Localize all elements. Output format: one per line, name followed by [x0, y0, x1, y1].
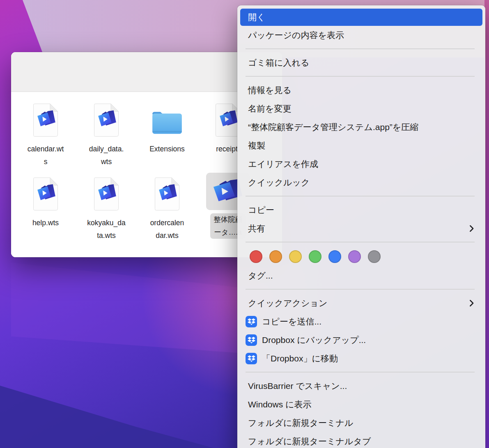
menu-item-label: 共有 [248, 223, 265, 234]
context-menu: 開くパッケージの内容を表示ゴミ箱に入れる情報を見る名前を変更“整体院顧客データ管… [237, 5, 485, 448]
file-item-extensions[interactable]: Extensions [137, 103, 197, 176]
tag-color-green-icon[interactable] [309, 250, 321, 263]
menu-item-label: タグ... [248, 270, 273, 281]
menu-item-label: クイックアクション [248, 297, 327, 309]
menu-item-move-to-trash[interactable]: ゴミ箱に入れる [237, 53, 485, 72]
wts-file-icon [94, 177, 119, 211]
menu-item-label: Windows に表示 [248, 399, 312, 410]
dropbox-icon [246, 334, 257, 346]
menu-item-label: Dropbox にバックアップ... [262, 334, 366, 346]
menu-item-rename[interactable]: 名前を変更 [237, 99, 485, 118]
file-label: kokyaku_data.wts [87, 217, 125, 242]
file-item-daily-data[interactable]: daily_data.wts [76, 103, 137, 176]
file-item-ordercalendar[interactable]: ordercalendar.wts [137, 177, 197, 250]
tag-colors-row [237, 247, 485, 266]
menu-item-label: “整体院顧客データ管理システム.app”を圧縮 [248, 121, 418, 133]
menu-separator [246, 372, 475, 373]
file-label: help.wts [32, 217, 59, 229]
menu-item-new-terminal-at-folder[interactable]: フォルダに新規ターミナル [237, 414, 485, 432]
tag-color-gray-icon[interactable] [368, 250, 381, 263]
menu-item-backup-to-dropbox[interactable]: Dropbox にバックアップ... [237, 331, 485, 349]
menu-item-label: フォルダに新規ターミナルタブ [248, 436, 371, 447]
menu-item-copy[interactable]: コピー [237, 201, 485, 219]
menu-item-open[interactable]: 開く [240, 9, 482, 26]
menu-item-share[interactable]: 共有 [237, 219, 485, 238]
chevron-right-icon [469, 299, 474, 307]
menu-item-label: 「Dropbox」に移動 [262, 353, 338, 364]
file-label: calendar.wts [28, 143, 64, 168]
menu-item-label: VirusBarrier でスキャン... [248, 380, 347, 392]
chevron-right-icon [469, 225, 474, 232]
menu-item-tags[interactable]: タグ... [237, 266, 485, 285]
menu-item-get-info[interactable]: 情報を見る [237, 81, 485, 99]
menu-item-label: 開く [248, 11, 266, 23]
file-item-kokyaku-data[interactable]: kokyaku_data.wts [76, 177, 137, 250]
menu-item-label: 複製 [248, 140, 265, 151]
menu-separator [246, 76, 475, 77]
dropbox-icon [246, 316, 257, 327]
menu-item-new-terminal-tab-at-folder[interactable]: フォルダに新規ターミナルタブ [237, 432, 485, 448]
menu-item-quick-actions[interactable]: クイックアクション [237, 294, 485, 312]
file-label: receipt. [216, 143, 239, 155]
wts-file-icon [33, 103, 58, 137]
tag-color-purple-icon[interactable] [348, 250, 361, 263]
file-label: ordercalendar.wts [150, 217, 184, 242]
tag-color-yellow-icon[interactable] [289, 250, 302, 263]
menu-item-label: 情報を見る [248, 85, 292, 96]
menu-item-compress[interactable]: “整体院顧客データ管理システム.app”を圧縮 [237, 118, 485, 136]
menu-item-virusbarrier-scan[interactable]: VirusBarrier でスキャン... [237, 377, 485, 395]
menu-item-make-alias[interactable]: エイリアスを作成 [237, 155, 485, 173]
menu-separator [246, 196, 475, 197]
tag-color-orange-icon[interactable] [269, 250, 282, 263]
tag-color-red-icon[interactable] [250, 250, 262, 263]
menu-item-label: コピー [248, 204, 274, 216]
folder-icon [151, 110, 183, 135]
menu-item-label: パッケージの内容を表示 [248, 30, 344, 41]
menu-item-show-package-contents[interactable]: パッケージの内容を表示 [237, 26, 485, 44]
menu-item-label: フォルダに新規ターミナル [248, 417, 353, 429]
file-label: Extensions [149, 143, 185, 155]
file-item-calendar[interactable]: calendar.wts [15, 103, 76, 176]
menu-separator [246, 48, 475, 49]
wts-file-icon [215, 103, 241, 137]
menu-item-move-to-dropbox[interactable]: 「Dropbox」に移動 [237, 349, 485, 368]
file-item-help[interactable]: help.wts [15, 177, 76, 250]
menu-item-quick-look[interactable]: クイックルック [237, 173, 485, 192]
menu-separator [246, 242, 475, 242]
tag-color-blue-icon[interactable] [328, 250, 341, 263]
wts-file-icon [154, 177, 180, 211]
dropbox-icon [246, 353, 257, 364]
menu-item-label: コピーを送信... [262, 316, 321, 327]
wts-file-icon [33, 177, 58, 211]
menu-item-label: ゴミ箱に入れる [248, 57, 309, 69]
menu-item-label: エイリアスを作成 [248, 158, 318, 170]
wts-file-icon [94, 103, 119, 137]
menu-item-label: 名前を変更 [248, 103, 292, 114]
menu-item-duplicate[interactable]: 複製 [237, 136, 485, 155]
file-label: daily_data.wts [89, 143, 124, 168]
menu-item-show-in-windows[interactable]: Windows に表示 [237, 395, 485, 414]
menu-item-send-copy[interactable]: コピーを送信... [237, 312, 485, 331]
menu-separator [246, 289, 475, 290]
menu-item-label: クイックルック [248, 177, 310, 188]
